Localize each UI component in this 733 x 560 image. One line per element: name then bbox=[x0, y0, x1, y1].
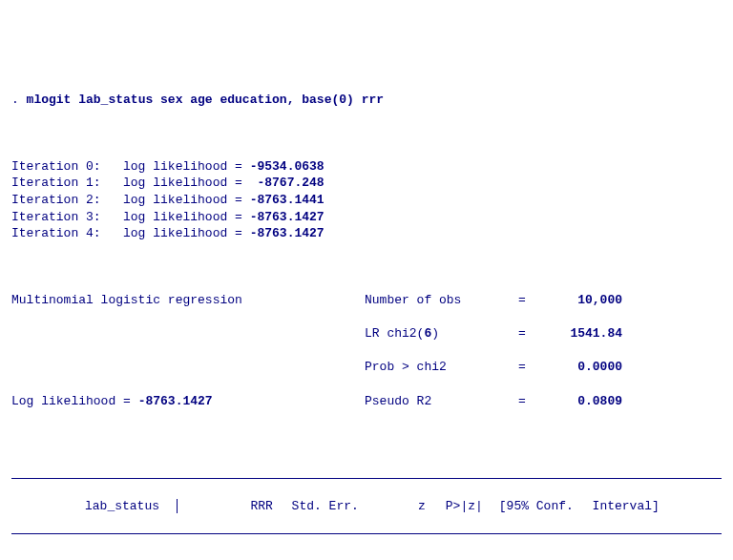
iteration-line: Iteration 1: log likelihood = -8767.248 bbox=[11, 175, 722, 192]
iteration-line: Iteration 4: log likelihood = -8763.1427 bbox=[11, 225, 722, 242]
blank bbox=[11, 426, 722, 444]
iteration-block: Iteration 0: log likelihood = -9534.0638… bbox=[11, 158, 722, 242]
header-row: Log likelihood = -8763.1427Pseudo R2=0.0… bbox=[11, 393, 722, 410]
table-rule bbox=[11, 533, 722, 534]
command-line: . mlogit lab_status sex age education, b… bbox=[11, 92, 722, 109]
blank bbox=[11, 259, 722, 276]
header-row: Multinomial logistic regressionNumber of… bbox=[11, 292, 722, 309]
lr-chi2-label: LR chi2( bbox=[365, 326, 424, 341]
table-header: lab_status RRRStd. Err.zP>|z|[95% Conf.I… bbox=[11, 498, 722, 515]
blank bbox=[11, 125, 722, 142]
table-top-rule bbox=[11, 478, 722, 479]
iteration-line: Iteration 0: log likelihood = -9534.0638 bbox=[11, 158, 722, 176]
stata-output: . mlogit lab_status sex age education, b… bbox=[11, 74, 722, 560]
header-row: Prob > chi2=0.0000 bbox=[11, 359, 722, 376]
iteration-line: Iteration 3: log likelihood = -8763.1427 bbox=[11, 209, 722, 226]
iteration-line: Iteration 2: log likelihood = -8763.1441 bbox=[11, 192, 722, 209]
lr-chi2-close: ) bbox=[431, 326, 439, 341]
header-row: LR chi2(6)=1541.84 bbox=[11, 325, 722, 342]
